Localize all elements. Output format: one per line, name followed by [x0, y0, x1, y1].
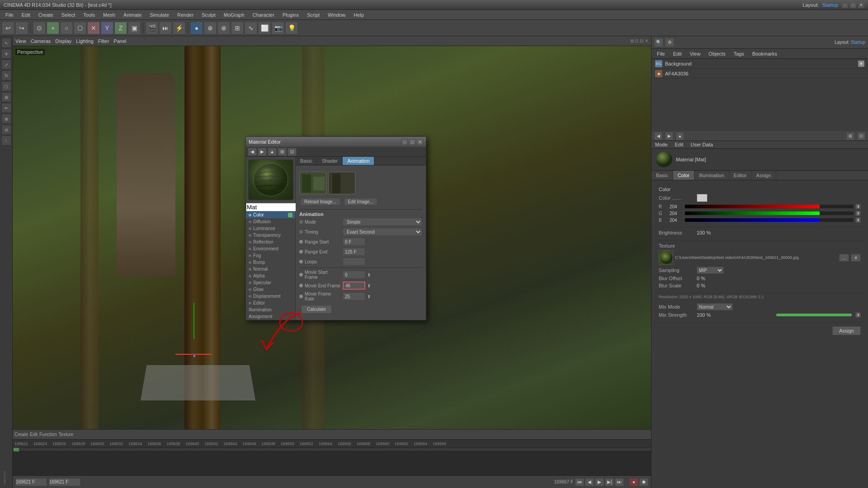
mat-props-tab-mode[interactable]: Mode [651, 141, 671, 148]
edit-image-button[interactable]: Edit Image... [344, 198, 377, 206]
color-r-stepper[interactable]: ⬆ [855, 204, 861, 209]
menu-simulate[interactable]: Simulate [146, 11, 173, 19]
play-button[interactable]: ▶ [595, 478, 604, 486]
dialog-minimize[interactable]: − [401, 139, 408, 145]
objects-menu-file[interactable]: File [653, 50, 669, 57]
assign-button[interactable]: Assign [832, 326, 861, 335]
obj-af4a3036[interactable]: ◆ AF4A3036 [651, 69, 868, 79]
color-r-track[interactable] [685, 205, 854, 208]
channel-displacement[interactable]: Displacement [246, 293, 295, 300]
menu-create[interactable]: Create [35, 11, 57, 19]
toolbar-z[interactable]: Z [114, 22, 127, 34]
tool-extrude[interactable]: ↑ [1, 136, 11, 145]
tool-select[interactable]: ↖ [1, 38, 11, 48]
texture-browse-button[interactable]: ... [839, 254, 849, 262]
channel-specular[interactable]: Specular [246, 279, 295, 286]
calculate-button[interactable]: Calculate [301, 305, 332, 314]
timeline-content[interactable] [13, 448, 651, 475]
color-g-stepper[interactable]: ⬆ [855, 211, 861, 216]
toolbar-box[interactable]: ▣ [128, 22, 141, 34]
mat-detail-tab-illumination[interactable]: Illumination [694, 171, 729, 180]
anim-range-end-input[interactable] [343, 248, 365, 256]
toolbar-cam[interactable]: 📷 [272, 22, 284, 34]
menu-plugins[interactable]: Plugins [279, 11, 302, 19]
toolbar-hex[interactable]: ⬡ [74, 22, 86, 34]
tab-animation[interactable]: Animation [343, 157, 374, 165]
menu-tools[interactable]: Tools [80, 11, 99, 19]
record-button[interactable]: ● [629, 478, 638, 486]
toolbar-nurbs[interactable]: ⊕ [204, 22, 217, 34]
anim-range-start-input[interactable] [343, 238, 365, 246]
anim-loops-input[interactable] [343, 258, 365, 266]
tool-paint[interactable]: ✏ [1, 103, 11, 113]
menu-window[interactable]: Window [324, 11, 349, 19]
mix-strength-track[interactable] [776, 314, 852, 316]
tool-scale[interactable]: ⤢ [1, 60, 11, 70]
minimize-button[interactable]: − [842, 2, 848, 8]
viewport-menu-display[interactable]: Display [55, 38, 71, 44]
viewport-menu-panel[interactable]: Panel [113, 38, 126, 44]
tool-poly[interactable]: ⬡ [1, 81, 11, 91]
mat-editor-prev[interactable]: ◀ [248, 148, 257, 156]
mat-props-tab-userdata[interactable]: User Data [687, 141, 717, 148]
right-search-button[interactable]: 🔍 [654, 38, 663, 47]
reload-image-button[interactable]: Reload Image... [300, 198, 340, 206]
next-frame-button[interactable]: ▶| [605, 478, 614, 486]
toolbar-undo[interactable]: ↩ [2, 22, 14, 34]
channel-diffusion[interactable]: Diffusion [246, 218, 295, 225]
mat-editor-icons[interactable]: ⊞ [278, 148, 287, 156]
channel-alpha[interactable]: Alpha [246, 272, 295, 279]
anim-movie-fps-input[interactable] [343, 292, 365, 300]
anim-movie-end-stepper[interactable]: ⬆ [367, 283, 371, 288]
channel-normal[interactable]: Normal [246, 266, 295, 272]
tool-knife[interactable]: ⊘ [1, 125, 11, 135]
objects-menu-edit[interactable]: Edit [670, 50, 685, 57]
color-b-track[interactable] [685, 218, 854, 222]
toolbar-light[interactable]: 💡 [285, 22, 298, 34]
menu-sculpt[interactable]: Sculpt [198, 11, 219, 19]
menu-select[interactable]: Select [58, 11, 79, 19]
color-g-track[interactable] [685, 211, 854, 215]
objects-menu-bookmarks[interactable]: Bookmarks [749, 50, 781, 57]
menu-animate[interactable]: Animate [120, 11, 145, 19]
dialog-close[interactable]: ✕ [417, 139, 423, 145]
mat-props-tab-edit[interactable]: Edit [671, 141, 687, 148]
sampling-select[interactable]: MIP [697, 267, 724, 274]
anim-movie-start-stepper[interactable]: ⬆ [367, 272, 371, 277]
mat-detail-tab-editor[interactable]: Editor [729, 171, 752, 180]
toolbar-circle[interactable]: ○ [60, 22, 73, 34]
mat-props-icons[interactable]: ⊞ [846, 132, 854, 140]
timeline-menu-texture[interactable]: Texture [59, 432, 74, 437]
viewport[interactable]: Perspective Material Editor − □ ✕ ◀ ▶ ▲ … [13, 46, 651, 429]
toolbar-sphere[interactable]: ● [190, 22, 203, 34]
objects-menu-tags[interactable]: Tags [730, 50, 748, 57]
autokey-button[interactable]: ⏺ [639, 478, 648, 486]
channel-luminance[interactable]: Luminance [246, 225, 295, 232]
tool-move[interactable]: ✛ [1, 49, 11, 59]
color-swatch[interactable] [697, 194, 708, 202]
mat-editor-up[interactable]: ▲ [268, 148, 277, 156]
objects-menu-objects[interactable]: Objects [705, 50, 729, 57]
viewport-menu-filter[interactable]: Filter [98, 38, 109, 44]
mat-props-next[interactable]: ▶ [665, 132, 673, 140]
toolbar-redo[interactable]: ↪ [15, 22, 28, 34]
menu-character[interactable]: Character [249, 11, 278, 19]
maximize-button[interactable]: □ [850, 2, 856, 8]
texture-clear-button[interactable]: ✕ [851, 254, 861, 262]
channel-reflection[interactable]: Reflection [246, 239, 295, 245]
channel-editor[interactable]: Editor [246, 300, 295, 306]
channel-assignment[interactable]: Assignment [246, 313, 295, 320]
obj-background[interactable]: BG Background ◆ [651, 59, 868, 69]
mat-detail-tab-color[interactable]: Color [673, 171, 694, 180]
menu-file[interactable]: File [2, 11, 17, 19]
toolbar-snap[interactable]: ⊞ [231, 22, 244, 34]
anim-mode-dot[interactable] [299, 220, 303, 224]
toolbar-film[interactable]: 🎬 [146, 22, 158, 34]
tool-mesh[interactable]: ⊞ [1, 92, 11, 102]
menu-mograph[interactable]: MoGraph [220, 11, 248, 19]
current-frame-input[interactable] [15, 478, 47, 486]
mix-strength-stepper[interactable]: ⬆ [855, 312, 861, 318]
toolbar-sculpt[interactable]: ∿ [245, 22, 257, 34]
menu-help[interactable]: Help [350, 11, 368, 19]
toolbar-plane[interactable]: ⬜ [258, 22, 271, 34]
